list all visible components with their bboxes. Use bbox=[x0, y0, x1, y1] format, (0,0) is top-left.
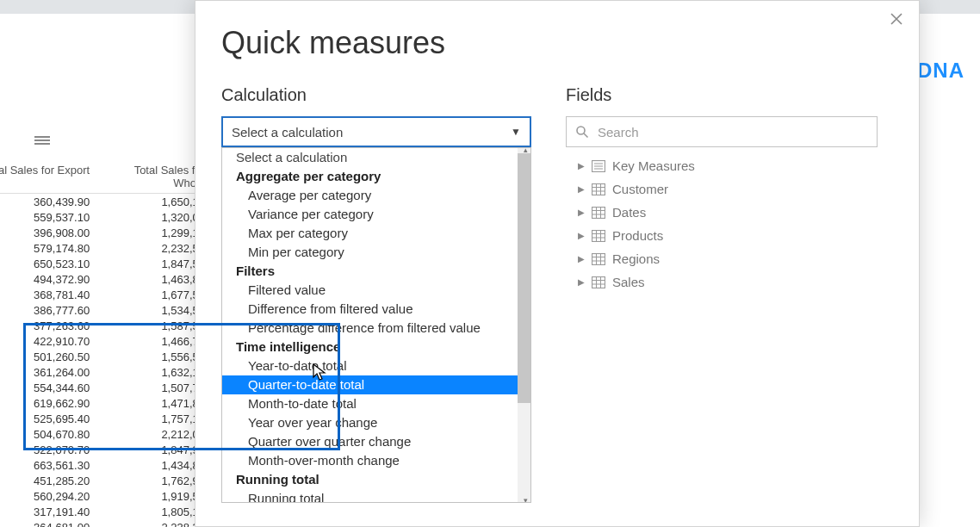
table-row: 494,372.901,463,86 bbox=[0, 271, 210, 287]
cell-sales-export: 422,910.70 bbox=[0, 335, 102, 348]
scroll-thumb[interactable] bbox=[518, 153, 530, 403]
cell-sales-export: 451,285.20 bbox=[0, 474, 102, 487]
dropdown-item[interactable]: Quarter-to-date total bbox=[222, 375, 518, 394]
table-row: 560,294.201,919,59 bbox=[0, 488, 210, 504]
cell-sales-export: 386,777.60 bbox=[0, 304, 102, 317]
dialog-title: Quick measures bbox=[221, 25, 445, 61]
cell-sales-export: 317,191.40 bbox=[0, 505, 102, 518]
table-row: 377,263.601,587,56 bbox=[0, 318, 210, 333]
fields-tree-label: Sales bbox=[612, 275, 645, 289]
table-header: al Sales for Export Total Sales for Whol… bbox=[0, 160, 210, 194]
table-row: 451,285.201,762,94 bbox=[0, 473, 210, 488]
cell-sales-export: 396,908.00 bbox=[0, 226, 102, 239]
table-row: 579,174.802,232,53 bbox=[0, 240, 210, 256]
table-row: 361,264.001,632,14 bbox=[0, 364, 210, 380]
svg-point-0 bbox=[577, 127, 585, 134]
dropdown-item[interactable]: Average per category bbox=[222, 186, 518, 205]
table-row: 396,908.001,299,15 bbox=[0, 225, 210, 240]
cell-sales-export: 579,174.80 bbox=[0, 242, 102, 255]
cell-sales-export: 361,264.00 bbox=[0, 366, 102, 379]
table-row: 317,191.401,805,19 bbox=[0, 504, 210, 519]
cell-sales-export: 522,070.70 bbox=[0, 443, 102, 456]
cell-sales-export: 364,681.00 bbox=[0, 521, 102, 528]
scroll-down-icon[interactable]: ▾ bbox=[524, 496, 528, 503]
table-row: 650,523.101,847,55 bbox=[0, 256, 210, 271]
table-row: 525,695.401,757,18 bbox=[0, 411, 210, 426]
table-row: 386,777.601,534,56 bbox=[0, 302, 210, 318]
fields-search-box[interactable] bbox=[566, 116, 878, 147]
calculation-select-value: Select a calculation bbox=[232, 125, 343, 140]
dropdown-item[interactable]: Difference from filtered value bbox=[222, 300, 518, 319]
measure-icon bbox=[592, 160, 605, 172]
close-icon bbox=[890, 12, 903, 26]
calculation-label: Calculation bbox=[221, 85, 307, 105]
dropdown-group-header: Aggregate per category bbox=[222, 167, 518, 186]
fields-tree-label: Dates bbox=[612, 205, 646, 220]
table-row: 663,561.301,434,85 bbox=[0, 457, 210, 473]
dropdown-item[interactable]: Year over year change bbox=[222, 413, 518, 432]
svg-rect-11 bbox=[592, 207, 605, 218]
table-row: 422,910.701,466,71 bbox=[0, 333, 210, 349]
fields-tree-item[interactable]: ▶Dates bbox=[566, 201, 878, 224]
quick-measures-dialog: Quick measures Calculation Fields Select… bbox=[195, 0, 920, 527]
dropdown-group-header: Running total bbox=[222, 470, 518, 489]
fields-tree-item[interactable]: ▶Key Measures bbox=[566, 154, 878, 177]
calculation-select[interactable]: Select a calculation ▼ bbox=[221, 116, 531, 147]
dropdown-item[interactable]: Percentage difference from filtered valu… bbox=[222, 319, 518, 338]
table-row: 364,681.002,238,36 bbox=[0, 519, 210, 527]
table-row: 559,537.101,320,03 bbox=[0, 209, 210, 225]
cell-sales-export: 650,523.10 bbox=[0, 257, 102, 270]
dropdown-item[interactable]: Max per category bbox=[222, 224, 518, 243]
table-row: 368,781.401,677,50 bbox=[0, 287, 210, 302]
dropdown-item[interactable]: Month-to-date total bbox=[222, 394, 518, 413]
dropdown-item[interactable]: Running total bbox=[222, 489, 518, 503]
dropdown-item[interactable]: Min per category bbox=[222, 243, 518, 262]
chevron-down-icon: ▼ bbox=[511, 126, 521, 138]
cell-sales-export: 663,561.30 bbox=[0, 459, 102, 472]
fields-tree: ▶Key Measures▶Customer▶Dates▶Products▶Re… bbox=[566, 154, 878, 294]
dropdown-item[interactable]: Filtered value bbox=[222, 281, 518, 300]
table-row: 619,662.901,471,81 bbox=[0, 395, 210, 411]
close-button[interactable] bbox=[886, 9, 907, 30]
fields-tree-label: Key Measures bbox=[612, 158, 695, 173]
dropdown-item-placeholder[interactable]: Select a calculation bbox=[222, 148, 518, 167]
brand-dna: DNA bbox=[917, 59, 964, 82]
dropdown-item[interactable]: Year-to-date total bbox=[222, 356, 518, 375]
cell-sales-export: 360,439.90 bbox=[0, 195, 102, 208]
chevron-right-icon: ▶ bbox=[578, 277, 585, 287]
dropdown-item[interactable]: Variance per category bbox=[222, 205, 518, 224]
fields-tree-item[interactable]: ▶Customer bbox=[566, 177, 878, 201]
fields-tree-item[interactable]: ▶Products bbox=[566, 224, 878, 247]
svg-rect-26 bbox=[592, 276, 605, 288]
fields-tree-label: Regions bbox=[612, 251, 660, 266]
cell-sales-export: 377,263.60 bbox=[0, 319, 102, 332]
cell-sales-export: 559,537.10 bbox=[0, 211, 102, 224]
dropdown-scrollbar[interactable]: ▴ ▾ bbox=[518, 148, 530, 502]
cell-sales-export: 501,260.50 bbox=[0, 350, 102, 363]
fields-tree-label: Customer bbox=[612, 182, 668, 196]
dropdown-item[interactable]: Quarter over quarter change bbox=[222, 432, 518, 451]
fields-label: Fields bbox=[566, 85, 611, 105]
table-row: 501,260.501,556,56 bbox=[0, 349, 210, 364]
table-icon bbox=[592, 253, 605, 265]
cell-sales-export: 494,372.90 bbox=[0, 273, 102, 286]
chevron-right-icon: ▶ bbox=[578, 161, 585, 170]
search-icon bbox=[575, 125, 589, 139]
chevron-right-icon: ▶ bbox=[578, 208, 585, 217]
fields-tree-item[interactable]: ▶Regions bbox=[566, 247, 878, 270]
svg-line-1 bbox=[584, 133, 588, 138]
dropdown-group-header: Time intelligence bbox=[222, 338, 518, 356]
chevron-right-icon: ▶ bbox=[578, 184, 585, 194]
cell-sales-export: 504,670.80 bbox=[0, 428, 102, 441]
fields-tree-item[interactable]: ▶Sales bbox=[566, 270, 878, 294]
background-table: al Sales for Export Total Sales for Whol… bbox=[0, 129, 210, 527]
calculation-dropdown[interactable]: Select a calculationAggregate per catego… bbox=[221, 147, 531, 503]
cell-sales-export: 560,294.20 bbox=[0, 490, 102, 503]
fields-search-input[interactable] bbox=[598, 125, 868, 140]
dropdown-item[interactable]: Month-over-month change bbox=[222, 451, 518, 470]
table-icon bbox=[592, 276, 605, 288]
chevron-right-icon: ▶ bbox=[578, 231, 585, 240]
cell-sales-export: 619,662.90 bbox=[0, 397, 102, 410]
svg-rect-16 bbox=[592, 230, 605, 241]
col-header-sales-export: al Sales for Export bbox=[0, 164, 102, 189]
